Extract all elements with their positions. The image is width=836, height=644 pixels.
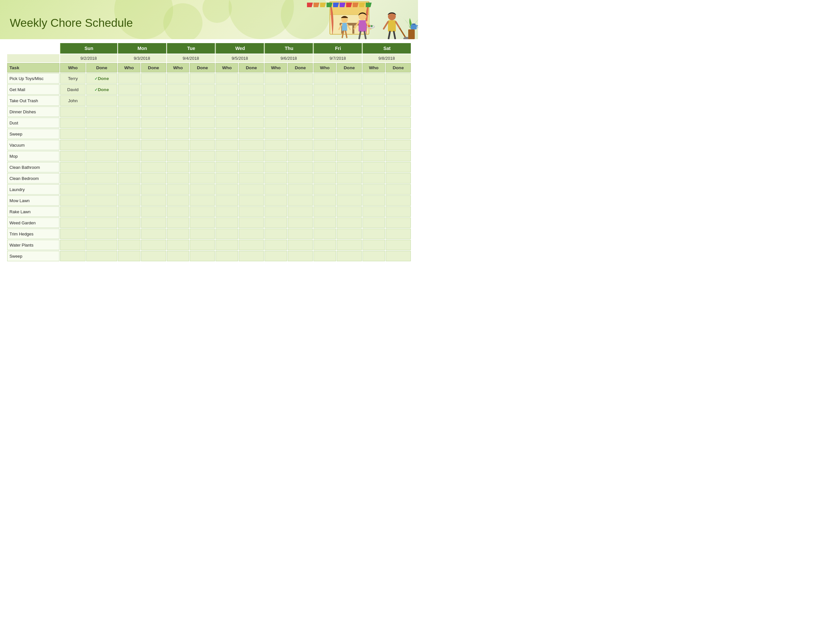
wed-done-cell[interactable]	[239, 140, 264, 150]
mon-who-cell[interactable]	[118, 95, 140, 106]
thu-who-cell[interactable]	[265, 73, 287, 83]
sat-who-cell[interactable]	[362, 106, 385, 117]
fri-done-cell[interactable]	[337, 129, 362, 139]
sat-who-cell[interactable]	[362, 140, 385, 150]
wed-who-cell[interactable]	[216, 106, 238, 117]
fri-who-cell[interactable]	[314, 240, 336, 250]
sat-done-cell[interactable]	[386, 251, 411, 261]
mon-done-cell[interactable]	[141, 140, 166, 150]
mon-who-cell[interactable]	[118, 162, 140, 172]
sat-who-cell[interactable]	[362, 118, 385, 128]
sun-done-cell[interactable]	[86, 173, 117, 183]
wed-done-cell[interactable]	[239, 229, 264, 239]
tue-done-cell[interactable]	[190, 229, 215, 239]
fri-who-cell[interactable]	[314, 129, 336, 139]
sat-done-cell[interactable]	[386, 240, 411, 250]
sat-who-cell[interactable]	[362, 173, 385, 183]
sat-who-cell[interactable]	[362, 195, 385, 206]
thu-done-cell[interactable]	[288, 162, 313, 172]
sat-done-cell[interactable]	[386, 95, 411, 106]
tue-who-cell[interactable]	[167, 195, 189, 206]
thu-done-cell[interactable]	[288, 195, 313, 206]
wed-done-cell[interactable]	[239, 217, 264, 228]
sun-done-cell[interactable]	[86, 106, 117, 117]
mon-done-cell[interactable]	[141, 206, 166, 217]
thu-who-cell[interactable]	[265, 129, 287, 139]
wed-who-cell[interactable]	[216, 84, 238, 95]
tue-who-cell[interactable]	[167, 129, 189, 139]
wed-who-cell[interactable]	[216, 95, 238, 106]
wed-done-cell[interactable]	[239, 184, 264, 195]
mon-done-cell[interactable]	[141, 195, 166, 206]
tue-who-cell[interactable]	[167, 162, 189, 172]
fri-done-cell[interactable]	[337, 184, 362, 195]
sun-done-cell[interactable]	[86, 95, 117, 106]
sat-who-cell[interactable]	[362, 84, 385, 95]
thu-done-cell[interactable]	[288, 173, 313, 183]
thu-who-cell[interactable]	[265, 173, 287, 183]
fri-who-cell[interactable]	[314, 217, 336, 228]
mon-who-cell[interactable]	[118, 240, 140, 250]
sun-who-cell[interactable]: David	[60, 84, 86, 95]
sun-who-cell[interactable]	[60, 229, 86, 239]
sun-done-cell[interactable]	[86, 240, 117, 250]
sat-who-cell[interactable]	[362, 229, 385, 239]
thu-who-cell[interactable]	[265, 206, 287, 217]
tue-done-cell[interactable]	[190, 73, 215, 83]
mon-done-cell[interactable]	[141, 118, 166, 128]
tue-who-cell[interactable]	[167, 184, 189, 195]
sun-who-cell[interactable]	[60, 162, 86, 172]
sun-done-cell[interactable]	[86, 229, 117, 239]
wed-who-cell[interactable]	[216, 240, 238, 250]
sat-done-cell[interactable]	[386, 84, 411, 95]
tue-who-cell[interactable]	[167, 151, 189, 161]
wed-done-cell[interactable]	[239, 129, 264, 139]
tue-who-cell[interactable]	[167, 217, 189, 228]
thu-done-cell[interactable]	[288, 251, 313, 261]
tue-who-cell[interactable]	[167, 84, 189, 95]
wed-who-cell[interactable]	[216, 195, 238, 206]
sat-who-cell[interactable]	[362, 73, 385, 83]
tue-done-cell[interactable]	[190, 95, 215, 106]
sun-who-cell[interactable]	[60, 118, 86, 128]
mon-who-cell[interactable]	[118, 106, 140, 117]
fri-done-cell[interactable]	[337, 84, 362, 95]
mon-who-cell[interactable]	[118, 173, 140, 183]
sat-who-cell[interactable]	[362, 129, 385, 139]
sun-done-cell[interactable]	[86, 184, 117, 195]
mon-who-cell[interactable]	[118, 229, 140, 239]
fri-done-cell[interactable]	[337, 151, 362, 161]
sun-done-cell[interactable]: ✓Done	[86, 84, 117, 95]
tue-done-cell[interactable]	[190, 184, 215, 195]
mon-who-cell[interactable]	[118, 184, 140, 195]
tue-done-cell[interactable]	[190, 151, 215, 161]
wed-who-cell[interactable]	[216, 184, 238, 195]
fri-who-cell[interactable]	[314, 162, 336, 172]
wed-done-cell[interactable]	[239, 106, 264, 117]
mon-done-cell[interactable]	[141, 251, 166, 261]
tue-who-cell[interactable]	[167, 73, 189, 83]
tue-done-cell[interactable]	[190, 118, 215, 128]
fri-done-cell[interactable]	[337, 229, 362, 239]
sun-done-cell[interactable]	[86, 140, 117, 150]
wed-who-cell[interactable]	[216, 251, 238, 261]
mon-who-cell[interactable]	[118, 251, 140, 261]
thu-done-cell[interactable]	[288, 84, 313, 95]
mon-done-cell[interactable]	[141, 84, 166, 95]
sat-done-cell[interactable]	[386, 151, 411, 161]
sat-done-cell[interactable]	[386, 206, 411, 217]
wed-who-cell[interactable]	[216, 118, 238, 128]
fri-who-cell[interactable]	[314, 229, 336, 239]
fri-done-cell[interactable]	[337, 217, 362, 228]
fri-done-cell[interactable]	[337, 206, 362, 217]
fri-done-cell[interactable]	[337, 162, 362, 172]
sun-done-cell[interactable]	[86, 129, 117, 139]
sun-who-cell[interactable]	[60, 206, 86, 217]
sun-done-cell[interactable]	[86, 217, 117, 228]
sat-done-cell[interactable]	[386, 106, 411, 117]
mon-who-cell[interactable]	[118, 73, 140, 83]
sun-who-cell[interactable]	[60, 251, 86, 261]
fri-who-cell[interactable]	[314, 95, 336, 106]
mon-who-cell[interactable]	[118, 84, 140, 95]
sun-who-cell[interactable]	[60, 195, 86, 206]
